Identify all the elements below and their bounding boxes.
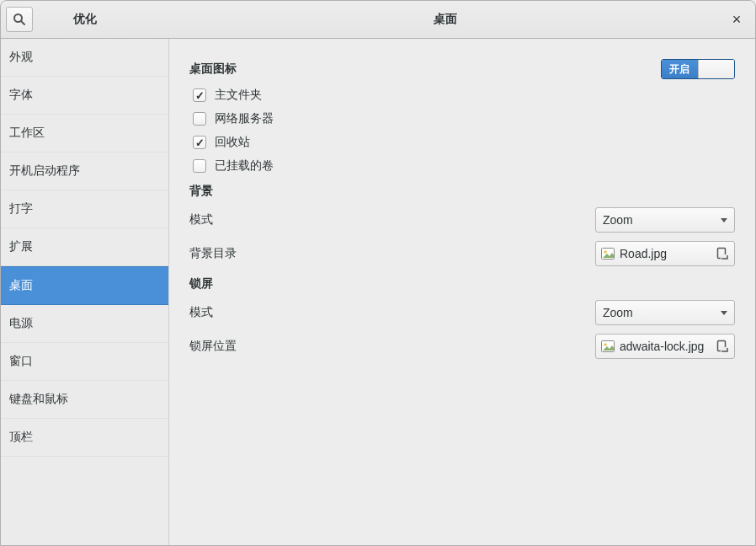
search-button[interactable] <box>6 7 33 32</box>
close-icon: × <box>732 11 742 29</box>
checkbox-label: 主文件夹 <box>215 88 262 103</box>
sidebar-item-label: 键盘和鼠标 <box>9 392 68 405</box>
background-mode-combo[interactable]: Zoom <box>595 207 735 233</box>
search-icon <box>13 13 26 26</box>
close-button[interactable]: × <box>727 9 747 29</box>
checkbox-home-folder[interactable] <box>193 88 206 102</box>
page-title: 桌面 <box>169 12 721 27</box>
switch-on-label: 开启 <box>662 60 698 78</box>
open-file-icon <box>716 340 729 353</box>
combo-value: Zoom <box>603 213 633 227</box>
checkbox-trash[interactable] <box>193 136 206 149</box>
sidebar-item-workspaces[interactable]: 工作区 <box>1 115 168 153</box>
lockscreen-mode-row: 模式 Zoom <box>189 300 735 325</box>
option-mounted-volumes: 已挂载的卷 <box>189 158 735 174</box>
option-home-folder: 主文件夹 <box>189 88 735 103</box>
background-file-button[interactable]: Road.jpg <box>595 241 735 266</box>
header-bar: 优化 桌面 × <box>1 1 755 39</box>
lockscreen-mode-combo[interactable]: Zoom <box>595 300 735 325</box>
checkbox-mounted-volumes[interactable] <box>193 159 206 173</box>
svg-line-1 <box>21 21 24 24</box>
sidebar-item-label: 扩展 <box>9 239 33 253</box>
image-icon <box>601 248 615 260</box>
checkbox-label: 回收站 <box>215 135 250 150</box>
checkbox-network-servers[interactable] <box>193 112 206 126</box>
sidebar-item-label: 工作区 <box>9 126 45 139</box>
svg-point-3 <box>604 250 607 254</box>
lockscreen-title: 锁屏 <box>189 276 735 292</box>
sidebar-item-topbar[interactable]: 顶栏 <box>1 419 168 457</box>
window-body: 外观 字体 工作区 开机启动程序 打字 扩展 桌面 电源 窗口 键盘和鼠标 顶栏… <box>1 39 755 545</box>
combo-value: Zoom <box>603 306 633 319</box>
chevron-down-icon <box>721 218 727 222</box>
sidebar-item-windows[interactable]: 窗口 <box>1 343 168 381</box>
background-mode-label: 模式 <box>189 212 213 228</box>
background-dir-label: 背景目录 <box>189 246 237 261</box>
desktop-icons-section: 桌面图标 开启 <box>189 59 735 79</box>
sidebar-item-typing[interactable]: 打字 <box>1 190 168 228</box>
background-dir-row: 背景目录 Road.jpg <box>189 241 735 266</box>
sidebar-item-power[interactable]: 电源 <box>1 305 168 343</box>
lockscreen-pos-label: 锁屏位置 <box>189 339 237 354</box>
lockscreen-mode-label: 模式 <box>189 305 213 320</box>
sidebar-item-startup[interactable]: 开机启动程序 <box>1 153 168 190</box>
sidebar-item-label: 顶栏 <box>9 430 33 443</box>
chevron-down-icon <box>721 311 727 315</box>
background-title: 背景 <box>189 184 735 199</box>
image-icon <box>601 340 615 352</box>
file-name: Road.jpg <box>620 247 711 260</box>
switch-knob <box>698 60 735 78</box>
lockscreen-file-button[interactable]: adwaita-lock.jpg <box>595 334 735 359</box>
sidebar-item-label: 电源 <box>9 316 33 329</box>
sidebar-item-label: 窗口 <box>9 354 33 367</box>
desktop-icons-title: 桌面图标 <box>189 62 237 77</box>
sidebar-item-label: 开机启动程序 <box>9 163 80 177</box>
sidebar-item-extensions[interactable]: 扩展 <box>1 228 168 266</box>
sidebar-item-desktop[interactable]: 桌面 <box>1 266 168 305</box>
sidebar-item-keyboard-mouse[interactable]: 键盘和鼠标 <box>1 381 168 419</box>
sidebar: 外观 字体 工作区 开机启动程序 打字 扩展 桌面 电源 窗口 键盘和鼠标 顶栏 <box>1 39 169 545</box>
checkbox-label: 已挂载的卷 <box>215 158 274 174</box>
tweaks-window: 优化 桌面 × 外观 字体 工作区 开机启动程序 打字 扩展 桌面 电源 窗口 … <box>0 0 756 546</box>
option-network-servers: 网络服务器 <box>189 111 735 126</box>
sidebar-item-label: 外观 <box>9 50 33 63</box>
option-trash: 回收站 <box>189 135 735 150</box>
sidebar-item-fonts[interactable]: 字体 <box>1 77 168 115</box>
checkbox-label: 网络服务器 <box>215 111 274 126</box>
sidebar-item-label: 桌面 <box>9 278 33 292</box>
sidebar-item-label: 字体 <box>9 88 33 101</box>
lockscreen-pos-row: 锁屏位置 adwaita-lock.jpg <box>189 334 735 359</box>
background-mode-row: 模式 Zoom <box>189 207 735 233</box>
content-area: 桌面图标 开启 主文件夹 网络服务器 回收站 已挂载的卷 <box>169 39 755 545</box>
svg-point-7 <box>604 343 607 346</box>
sidebar-item-label: 打字 <box>9 201 33 215</box>
desktop-icons-switch[interactable]: 开启 <box>661 59 735 79</box>
sidebar-item-appearance[interactable]: 外观 <box>1 39 168 77</box>
open-file-icon <box>716 247 729 260</box>
file-name: adwaita-lock.jpg <box>620 340 711 353</box>
